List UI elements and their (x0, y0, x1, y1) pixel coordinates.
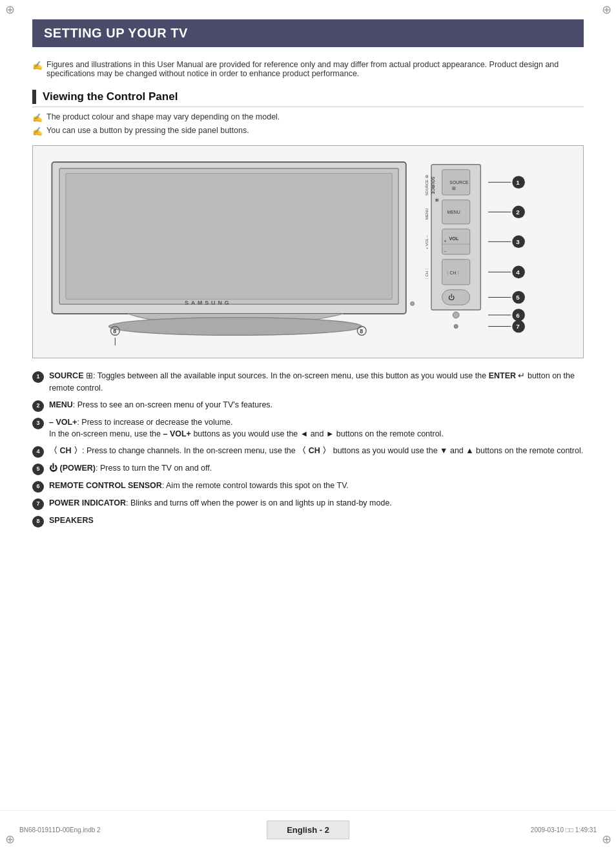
svg-point-26 (453, 312, 459, 318)
desc-item-4: 4 〈 CH 〉: Press to change channels. In t… (32, 445, 584, 458)
svg-text:8: 8 (360, 328, 363, 334)
svg-text:7: 7 (516, 323, 520, 330)
svg-text:〈 CH 〉: 〈 CH 〉 (444, 271, 462, 275)
svg-text:1: 1 (516, 179, 520, 186)
desc-num-8: 8 (32, 516, 44, 527)
desc-text-8: SPEAKERS (49, 515, 584, 527)
footer-center-text: English - 2 (287, 825, 329, 835)
note-icon-1: ✍ (32, 113, 43, 123)
svg-point-4 (411, 302, 415, 305)
svg-text:⊞: ⊞ (452, 186, 456, 190)
tv-diagram-svg: SAMSUNG SOURCE ⊞ SOURCE ⊞ MENU + VOL – (33, 148, 583, 355)
desc-item-6: 6 REMOTE CONTROL SENSOR: Aim the remote … (32, 480, 584, 493)
desc-item-2: 2 MENU: Press to see an on-screen menu o… (32, 399, 584, 412)
desc-text-2: MENU: Press to see an on-screen menu of … (49, 399, 584, 411)
footer-center: English - 2 (267, 821, 349, 839)
section-note-1-text: The product colour and shape may vary de… (46, 112, 280, 121)
section-note-1: ✍ The product colour and shape may vary … (32, 112, 584, 123)
desc-num-3: 3 (32, 418, 44, 429)
page-footer: BN68-01911D-00Eng.indb 2 English - 2 200… (0, 810, 616, 849)
section-title: Viewing the Control Panel (43, 90, 178, 103)
svg-text:⏻: ⏻ (448, 294, 455, 301)
svg-point-28 (109, 318, 362, 335)
desc-text-1: SOURCE ⊞: Toggles between all the availa… (49, 370, 584, 394)
desc-num-4: 4 (32, 446, 44, 458)
intro-note-text: Figures and illustrations in this User M… (46, 60, 584, 78)
desc-item-3: 3 – VOL+: Press to increase or decrease … (32, 416, 584, 441)
svg-text:3: 3 (516, 238, 520, 245)
svg-text:〈 CH 〉: 〈 CH 〉 (425, 266, 429, 281)
svg-text:8: 8 (113, 328, 116, 334)
description-list: 1 SOURCE ⊞: Toggles between all the avai… (32, 370, 584, 527)
desc-text-7: POWER INDICATOR: Blinks and turns off wh… (49, 497, 584, 509)
svg-text:SOURCE: SOURCE (431, 176, 435, 194)
desc-text-4: 〈 CH 〉: Press to change channels. In the… (49, 445, 584, 457)
svg-text:SOURCE ⊞: SOURCE ⊞ (425, 175, 429, 196)
svg-text:+: + (444, 239, 447, 243)
desc-item-8: 8 SPEAKERS (32, 515, 584, 527)
svg-text:VOL: VOL (449, 236, 459, 241)
section-note-2: ✍ You can use a button by pressing the s… (32, 126, 584, 136)
desc-item-1: 1 SOURCE ⊞: Toggles between all the avai… (32, 370, 584, 394)
footer-left: BN68-01911D-00Eng.indb 2 (19, 826, 101, 834)
desc-item-7: 7 POWER INDICATOR: Blinks and turns off … (32, 497, 584, 510)
desc-num-2: 2 (32, 400, 44, 412)
page-content: SETTING UP YOUR TV ✍ Figures and illustr… (0, 0, 616, 584)
desc-item-5: 5 ⏻ (POWER): Press to turn the TV on and… (32, 462, 584, 475)
desc-num-1: 1 (32, 371, 44, 383)
desc-text-3: – VOL+: Press to increase or decrease th… (49, 416, 584, 441)
corner-mark-tl: ⊕ (3, 3, 16, 16)
intro-note: ✍ Figures and illustrations in this User… (32, 60, 584, 78)
section-bar (32, 90, 36, 104)
footer-right: 2009-03-10 □□ 1:49:31 (531, 826, 597, 834)
svg-text:–: – (444, 249, 447, 253)
svg-text:+ VOL –: + VOL – (425, 235, 429, 249)
svg-rect-2 (66, 174, 392, 300)
svg-text:5: 5 (516, 294, 520, 301)
svg-text:6: 6 (516, 312, 520, 319)
svg-text:MENU: MENU (425, 209, 429, 220)
svg-text:4: 4 (516, 269, 520, 276)
desc-text-5: ⏻ (POWER): Press to turn the TV on and o… (49, 462, 584, 475)
note-icon: ✍ (32, 61, 43, 70)
desc-num-5: 5 (32, 464, 44, 475)
svg-point-27 (454, 325, 458, 329)
svg-text:MENU: MENU (447, 210, 460, 214)
svg-text:⊞: ⊞ (435, 198, 438, 202)
note-icon-2: ✍ (32, 127, 43, 136)
tv-illustration: SAMSUNG SOURCE ⊞ SOURCE ⊞ MENU + VOL – (32, 145, 584, 358)
svg-text:SAMSUNG: SAMSUNG (185, 300, 231, 306)
svg-rect-20 (442, 290, 470, 305)
corner-mark-tr: ⊕ (600, 3, 613, 16)
page-title: SETTING UP YOUR TV (32, 19, 584, 47)
section-note-2-text: You can use a button by pressing the sid… (46, 126, 249, 135)
desc-num-7: 7 (32, 498, 44, 510)
svg-text:SOURCE: SOURCE (449, 180, 469, 185)
section-heading: Viewing the Control Panel (32, 90, 584, 107)
desc-num-6: 6 (32, 481, 44, 493)
desc-text-6: REMOTE CONTROL SENSOR: Aim the remote co… (49, 480, 584, 492)
svg-text:2: 2 (516, 209, 520, 216)
